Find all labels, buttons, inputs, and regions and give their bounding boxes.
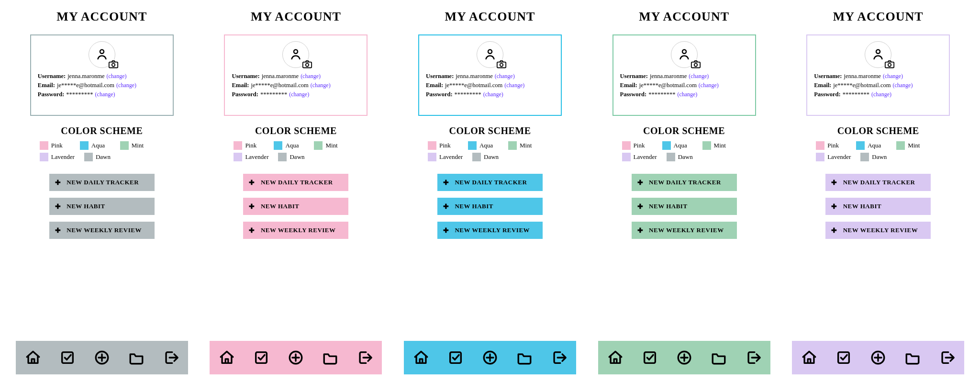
swatch-aqua[interactable]: Aqua	[662, 141, 693, 150]
action-list: ✚NEW DAILY TRACKER✚NEW HABIT✚NEW WEEKLY …	[632, 174, 737, 239]
swatch-pink[interactable]: Pink	[234, 141, 264, 150]
plus-icon: ✚	[831, 179, 837, 187]
swatch-aqua[interactable]: Aqua	[80, 141, 111, 150]
swatch-dawn[interactable]: Dawn	[667, 153, 697, 161]
swatch-label: Pink	[245, 142, 256, 149]
logout-icon[interactable]	[939, 349, 955, 366]
task-icon[interactable]	[642, 349, 658, 366]
action-button-2[interactable]: ✚NEW WEEKLY REVIEW	[437, 222, 543, 239]
swatch-box	[278, 153, 287, 161]
swatch-mint[interactable]: Mint	[896, 141, 927, 150]
swatch-lavender[interactable]: Lavender	[428, 153, 463, 161]
email-change-link[interactable]: (change)	[504, 82, 524, 89]
camera-icon[interactable]	[108, 60, 119, 68]
action-button-1[interactable]: ✚NEW HABIT	[49, 198, 155, 215]
add-icon[interactable]	[288, 349, 304, 366]
swatch-aqua[interactable]: Aqua	[274, 141, 304, 150]
action-button-0[interactable]: ✚NEW DAILY TRACKER	[243, 174, 348, 191]
username-change-link[interactable]: (change)	[107, 73, 127, 80]
logout-icon[interactable]	[551, 349, 567, 366]
username-change-link[interactable]: (change)	[301, 73, 321, 80]
password-change-link[interactable]: (change)	[677, 91, 697, 98]
password-change-link[interactable]: (change)	[289, 91, 309, 98]
action-button-1[interactable]: ✚NEW HABIT	[437, 198, 543, 215]
swatch-aqua[interactable]: Aqua	[856, 141, 887, 150]
action-button-2[interactable]: ✚NEW WEEKLY REVIEW	[243, 222, 348, 239]
camera-icon[interactable]	[690, 60, 701, 68]
home-icon[interactable]	[413, 349, 429, 366]
avatar[interactable]	[671, 41, 698, 68]
avatar[interactable]	[865, 41, 891, 68]
add-icon[interactable]	[94, 349, 110, 366]
email-change-link[interactable]: (change)	[699, 82, 719, 89]
swatch-pink[interactable]: Pink	[622, 141, 653, 150]
swatch-aqua[interactable]: Aqua	[468, 141, 499, 150]
swatch-box	[816, 153, 824, 161]
swatch-lavender[interactable]: Lavender	[622, 153, 657, 161]
account-card: Username:jenna.maronme(change)Email:je**…	[224, 34, 368, 116]
action-button-2[interactable]: ✚NEW WEEKLY REVIEW	[632, 222, 737, 239]
username-change-link[interactable]: (change)	[689, 73, 709, 80]
home-icon[interactable]	[25, 349, 41, 366]
task-icon[interactable]	[835, 349, 852, 366]
action-button-2[interactable]: ✚NEW WEEKLY REVIEW	[49, 222, 155, 239]
task-icon[interactable]	[447, 349, 464, 366]
action-button-0[interactable]: ✚NEW DAILY TRACKER	[825, 174, 931, 191]
email-change-link[interactable]: (change)	[892, 82, 913, 89]
avatar[interactable]	[89, 41, 115, 68]
swatch-lavender[interactable]: Lavender	[40, 153, 75, 161]
task-icon[interactable]	[59, 349, 76, 366]
camera-icon[interactable]	[496, 60, 507, 68]
action-button-1[interactable]: ✚NEW HABIT	[632, 198, 737, 215]
swatch-mint[interactable]: Mint	[314, 141, 345, 150]
camera-icon[interactable]	[884, 60, 895, 68]
home-icon[interactable]	[219, 349, 235, 366]
swatch-mint[interactable]: Mint	[702, 141, 733, 150]
swatch-lavender[interactable]: Lavender	[234, 153, 268, 161]
logout-icon[interactable]	[356, 349, 373, 366]
password-change-link[interactable]: (change)	[483, 91, 503, 98]
action-button-0[interactable]: ✚NEW DAILY TRACKER	[437, 174, 543, 191]
swatch-pink[interactable]: Pink	[428, 141, 458, 150]
home-icon[interactable]	[607, 349, 624, 366]
logout-icon[interactable]	[745, 349, 761, 366]
swatch-dawn[interactable]: Dawn	[84, 153, 115, 161]
camera-icon[interactable]	[302, 60, 312, 68]
password-change-link[interactable]: (change)	[871, 91, 891, 98]
action-button-0[interactable]: ✚NEW DAILY TRACKER	[632, 174, 737, 191]
action-button-2[interactable]: ✚NEW WEEKLY REVIEW	[825, 222, 931, 239]
email-change-link[interactable]: (change)	[116, 82, 136, 89]
plus-icon: ✚	[831, 226, 837, 235]
swatch-mint[interactable]: Mint	[508, 141, 539, 150]
avatar[interactable]	[282, 41, 309, 68]
add-icon[interactable]	[676, 349, 692, 366]
home-icon[interactable]	[801, 349, 817, 366]
swatch-pink[interactable]: Pink	[816, 141, 846, 150]
folder-icon[interactable]	[711, 349, 727, 366]
email-change-link[interactable]: (change)	[311, 82, 331, 89]
action-button-1[interactable]: ✚NEW HABIT	[243, 198, 348, 215]
folder-icon[interactable]	[322, 349, 338, 366]
folder-icon[interactable]	[904, 349, 921, 366]
task-icon[interactable]	[253, 349, 269, 366]
username-change-link[interactable]: (change)	[495, 73, 515, 80]
email-value: je*****e@hotmail.com	[639, 82, 697, 89]
password-change-link[interactable]: (change)	[95, 91, 115, 98]
swatch-lavender[interactable]: Lavender	[816, 153, 851, 161]
add-icon[interactable]	[482, 349, 498, 366]
swatch-pink[interactable]: Pink	[40, 141, 70, 150]
avatar[interactable]	[477, 41, 503, 68]
swatch-mint[interactable]: Mint	[120, 141, 151, 150]
folder-icon[interactable]	[128, 349, 145, 366]
swatch-dawn[interactable]: Dawn	[860, 153, 891, 161]
swatch-dawn[interactable]: Dawn	[472, 153, 503, 161]
add-icon[interactable]	[870, 349, 886, 366]
username-change-link[interactable]: (change)	[883, 73, 903, 80]
action-label: NEW WEEKLY REVIEW	[649, 226, 724, 234]
action-button-1[interactable]: ✚NEW HABIT	[825, 198, 931, 215]
username-row: Username:jenna.maronme(change)	[38, 73, 166, 80]
action-button-0[interactable]: ✚NEW DAILY TRACKER	[49, 174, 155, 191]
swatch-dawn[interactable]: Dawn	[278, 153, 309, 161]
folder-icon[interactable]	[516, 349, 533, 366]
logout-icon[interactable]	[163, 349, 179, 366]
